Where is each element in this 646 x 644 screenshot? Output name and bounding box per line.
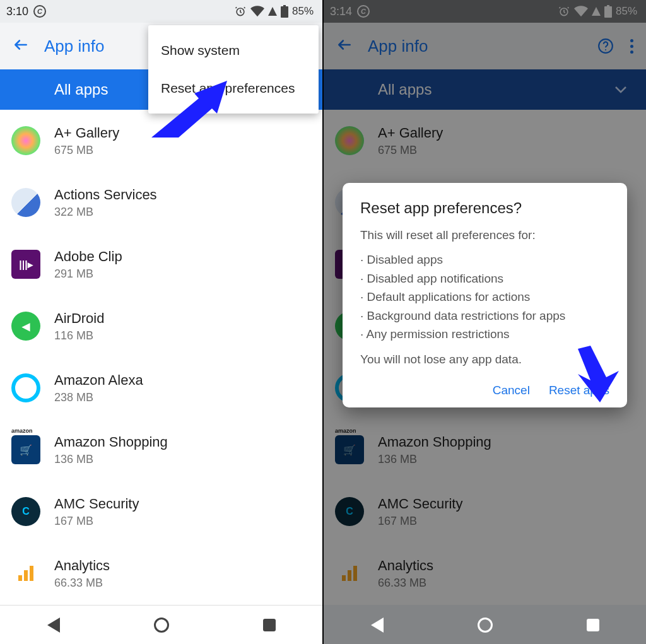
- nav-bar: [0, 605, 322, 644]
- app-row[interactable]: |||▸Adobe Clip291 MB: [0, 233, 322, 295]
- app-size: 675 MB: [54, 144, 119, 157]
- svg-rect-4: [24, 570, 28, 581]
- dialog-item: Disabled app notifications: [360, 269, 609, 288]
- app-name: AirDroid: [54, 310, 104, 327]
- svg-rect-1: [281, 6, 288, 18]
- back-button[interactable]: [13, 37, 29, 56]
- app-size: 66.33 MB: [54, 577, 110, 590]
- svg-marker-6: [151, 81, 227, 138]
- svg-marker-15: [578, 346, 619, 402]
- dialog-item: Default applications for actions: [360, 288, 609, 306]
- nav-recents-icon[interactable]: [587, 619, 599, 631]
- nav-back-icon[interactable]: [371, 618, 384, 633]
- app-icon: C: [11, 497, 40, 526]
- app-name: Actions Services: [54, 187, 157, 203]
- menu-show-system[interactable]: Show system: [148, 32, 319, 69]
- annotation-arrow-icon: [151, 81, 227, 138]
- annotation-arrow-icon: [572, 346, 622, 402]
- dialog-item: Background data restrictions for apps: [360, 307, 609, 325]
- app-icon: [11, 126, 40, 155]
- nav-back-icon[interactable]: [47, 618, 60, 633]
- app-list: A+ Gallery675 MBActions Services322 MB||…: [0, 110, 322, 604]
- app-name: Analytics: [54, 558, 110, 574]
- dialog-item-list: Disabled appsDisabled app notificationsD…: [360, 250, 609, 343]
- status-bar: 3:10 C 85%: [0, 0, 322, 23]
- svg-rect-2: [283, 5, 286, 6]
- app-size: 116 MB: [54, 329, 104, 342]
- app-size: 291 MB: [54, 267, 122, 281]
- app-size: 167 MB: [54, 515, 139, 528]
- app-size: 322 MB: [54, 206, 157, 219]
- app-icon: |||▸: [11, 250, 40, 279]
- app-name: A+ Gallery: [54, 125, 119, 141]
- app-name: Amazon Alexa: [54, 372, 143, 389]
- app-icon: amazon🛒: [11, 435, 40, 464]
- dialog-lead: This will reset all preferences for:: [360, 226, 609, 244]
- nav-home-icon[interactable]: [478, 618, 493, 633]
- app-row[interactable]: Analytics66.33 MB: [0, 542, 322, 604]
- app-row[interactable]: ◀AirDroid116 MB: [0, 295, 322, 357]
- nav-recents-icon[interactable]: [263, 619, 276, 631]
- left-screenshot: 3:10 C 85% App info All apps A+ Gallery6…: [0, 0, 323, 644]
- signal-icon: [268, 7, 277, 16]
- app-icon: [11, 559, 40, 588]
- svg-rect-5: [30, 566, 33, 581]
- tab-label: All apps: [54, 81, 108, 98]
- copyright-icon: C: [33, 5, 46, 18]
- toolbar-title: App info: [44, 37, 104, 56]
- app-icon: [11, 373, 40, 402]
- dialog-item: Disabled apps: [360, 250, 609, 269]
- app-row[interactable]: amazon🛒Amazon Shopping136 MB: [0, 419, 322, 481]
- app-row[interactable]: CAMC Security167 MB: [0, 481, 322, 542]
- alarm-icon: [234, 5, 247, 18]
- app-row[interactable]: Actions Services322 MB: [0, 172, 322, 233]
- wifi-icon: [250, 6, 264, 17]
- app-name: Adobe Clip: [54, 249, 122, 265]
- right-screenshot: 3:14 C 85% App info All apps: [323, 0, 646, 644]
- nav-bar: [324, 605, 646, 644]
- nav-home-icon[interactable]: [154, 618, 169, 633]
- app-size: 136 MB: [54, 453, 168, 466]
- app-row[interactable]: Amazon Alexa238 MB: [0, 357, 322, 419]
- cancel-button[interactable]: Cancel: [493, 383, 530, 397]
- app-size: 238 MB: [54, 391, 143, 404]
- app-name: AMC Security: [54, 496, 139, 512]
- dialog-item: Any permission restrictions: [360, 325, 609, 343]
- app-icon: [11, 188, 40, 217]
- battery-percent: 85%: [292, 5, 314, 18]
- app-icon: ◀: [11, 312, 40, 341]
- dialog-title: Reset app preferences?: [360, 199, 609, 217]
- svg-rect-3: [18, 575, 22, 581]
- app-name: Amazon Shopping: [54, 434, 168, 450]
- status-time: 3:10: [6, 5, 28, 18]
- battery-icon: [281, 5, 288, 18]
